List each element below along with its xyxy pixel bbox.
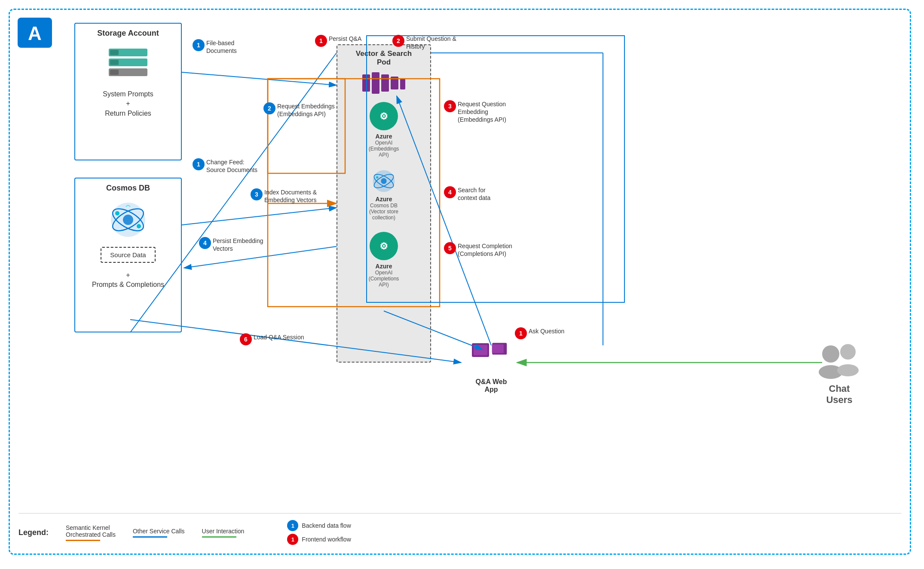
qa-webapp-icon: [470, 341, 513, 375]
svg-point-24: [381, 178, 386, 184]
svg-rect-6: [110, 60, 119, 65]
label-index-docs: 3 Index Documents &Embedding Vectors: [251, 188, 317, 204]
legend-line-orange: [66, 540, 100, 541]
label-change-feed: 1 Change Feed:Source Documents: [193, 158, 257, 174]
chat-users-label: ChatUsers: [826, 383, 852, 406]
openai-embeddings-icon: ⚙: [369, 101, 399, 131]
legend-line-blue: [133, 536, 167, 538]
svg-point-13: [137, 224, 141, 228]
storage-account-box: Storage Account System Prompts+Return Po…: [74, 23, 182, 160]
openai-completions-icon: ⚙: [369, 231, 399, 261]
cosmos-db-icon: [109, 200, 147, 239]
label-search-context: 4 Search forcontext data: [444, 186, 490, 202]
svg-rect-18: [400, 79, 405, 89]
cosmosdb-vector-icon: [371, 168, 397, 194]
cosmos-subtitle: +Prompts & Completions: [92, 271, 164, 290]
label-load-qa-session: 6 Load Q&A Session: [240, 333, 304, 345]
openai-embeddings-component: ⚙ Azure OpenAI(EmbeddingsAPI): [369, 101, 399, 158]
cosmos-db-title: Cosmos DB: [106, 184, 150, 193]
legend: Legend: Semantic KernelOrchestrated Call…: [18, 513, 901, 545]
svg-point-25: [376, 176, 378, 178]
purple-blocks-top: [362, 70, 405, 96]
qa-webapp: Q&A WebApp: [470, 341, 513, 394]
cosmos-db-box: Cosmos DB Source Data +Prompts & Complet…: [74, 178, 182, 332]
label-file-based-docs: 1 File-basedDocuments: [193, 39, 237, 55]
svg-rect-16: [381, 74, 389, 92]
svg-point-32: [822, 345, 839, 363]
label-persist-qa: 1 Persist Q&A: [315, 35, 361, 47]
cosmosdb-vector-component: Azure Cosmos DB(Vector storecollection): [369, 168, 398, 221]
legend-other-service: Other Service Calls: [133, 528, 185, 538]
svg-point-34: [840, 344, 856, 360]
storage-account-title: Storage Account: [97, 29, 159, 38]
svg-text:⚙: ⚙: [379, 241, 388, 252]
vsp-title: Vector & SearchPod: [356, 49, 412, 67]
legend-semantic-kernel: Semantic KernelOrchestrated Calls: [66, 524, 116, 541]
label-persist-vectors: 4 Persist EmbeddingVectors: [199, 237, 263, 252]
label-submit-question: 2 Submit Question &History: [392, 35, 456, 50]
vsp-box: Vector & SearchPod ⚙ Azure OpenAI(Embedd…: [337, 44, 431, 363]
openai-completions-component: ⚙ Azure OpenAI(CompletionsAPI): [369, 231, 399, 288]
svg-rect-5: [110, 50, 119, 55]
legend-user-interaction: User Interaction: [202, 528, 245, 538]
storage-icon: [107, 46, 150, 81]
label-request-embeddings: 2 Request Embeddings(Embeddings API): [263, 102, 335, 118]
legend-frontend-label: Frontend workflow: [302, 536, 351, 543]
svg-point-11: [123, 215, 133, 225]
svg-rect-30: [474, 345, 487, 355]
label-request-question-embedding: 3 Request QuestionEmbedding(Embeddings A…: [444, 100, 506, 124]
svg-rect-15: [372, 72, 379, 94]
svg-line-41: [182, 208, 337, 225]
svg-point-12: [115, 211, 119, 215]
qa-webapp-label: Q&A WebApp: [476, 378, 507, 394]
svg-rect-44: [268, 79, 345, 173]
label-request-completion: 5 Request Completion(Completions API): [444, 242, 512, 258]
chat-users-icon: [814, 341, 865, 380]
legend-badges: 1 Backend data flow 1 Frontend workflow: [287, 520, 351, 545]
legend-label: Legend:: [18, 528, 49, 537]
legend-line-green: [202, 536, 236, 538]
source-data-label: Source Data: [101, 247, 155, 263]
storage-account-subtitle: System Prompts+Return Policies: [103, 89, 153, 118]
svg-line-40: [182, 72, 337, 85]
svg-rect-17: [391, 77, 398, 89]
chat-users: ChatUsers: [814, 341, 865, 406]
svg-text:A: A: [28, 23, 42, 44]
legend-badge-blue: 1: [287, 520, 298, 531]
legend-badge-red: 1: [287, 534, 298, 545]
legend-backend-label: Backend data flow: [302, 522, 351, 529]
svg-text:⚙: ⚙: [379, 111, 388, 122]
label-ask-question: 1 Ask Question: [515, 327, 564, 339]
svg-rect-7: [110, 70, 119, 75]
azure-logo: A: [18, 18, 52, 48]
svg-rect-14: [362, 74, 370, 92]
main-container: A Storage Account System Prompts+Return …: [9, 9, 911, 555]
svg-rect-31: [492, 344, 504, 353]
svg-point-35: [837, 364, 859, 376]
